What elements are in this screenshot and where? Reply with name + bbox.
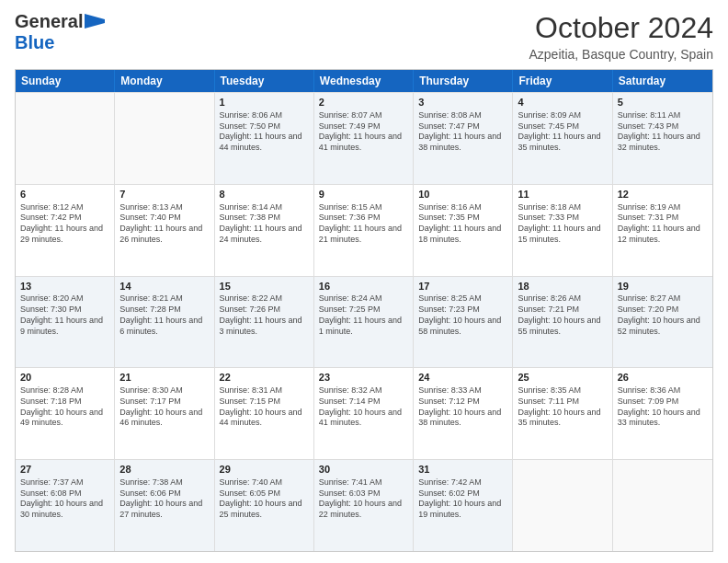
day-cell-3: 3Sunrise: 8:08 AM Sunset: 7:47 PM Daylig… <box>414 93 513 184</box>
day-header-sunday: Sunday <box>16 70 115 92</box>
month-title: October 2024 <box>529 11 713 45</box>
day-info: Sunrise: 8:19 AM Sunset: 7:31 PM Dayligh… <box>618 202 708 246</box>
day-number: 18 <box>518 280 607 293</box>
day-info: Sunrise: 8:16 AM Sunset: 7:35 PM Dayligh… <box>418 202 507 246</box>
day-cell-14: 14Sunrise: 8:21 AM Sunset: 7:28 PM Dayli… <box>115 277 214 368</box>
day-number: 22 <box>220 371 309 385</box>
calendar-week-2: 6Sunrise: 8:12 AM Sunset: 7:42 PM Daylig… <box>16 184 712 276</box>
day-number: 30 <box>319 463 408 477</box>
day-info: Sunrise: 7:37 AM Sunset: 6:08 PM Dayligh… <box>20 477 109 521</box>
day-cell-23: 23Sunrise: 8:32 AM Sunset: 7:14 PM Dayli… <box>314 368 414 459</box>
day-info: Sunrise: 8:09 AM Sunset: 7:45 PM Dayligh… <box>518 110 607 154</box>
day-number: 28 <box>119 463 209 477</box>
day-info: Sunrise: 8:12 AM Sunset: 7:42 PM Dayligh… <box>20 202 109 246</box>
day-info: Sunrise: 8:15 AM Sunset: 7:36 PM Dayligh… <box>319 202 408 246</box>
day-number: 3 <box>418 96 507 109</box>
day-info: Sunrise: 8:22 AM Sunset: 7:26 PM Dayligh… <box>220 293 309 337</box>
location: Azpeitia, Basque Country, Spain <box>529 47 713 62</box>
day-number: 4 <box>518 96 607 109</box>
day-cell-6: 6Sunrise: 8:12 AM Sunset: 7:42 PM Daylig… <box>16 185 115 276</box>
day-number: 24 <box>418 371 507 385</box>
day-cell-2: 2Sunrise: 8:07 AM Sunset: 7:49 PM Daylig… <box>314 93 414 184</box>
calendar: SundayMondayTuesdayWednesdayThursdayFrid… <box>15 69 713 552</box>
day-cell-13: 13Sunrise: 8:20 AM Sunset: 7:30 PM Dayli… <box>16 277 115 368</box>
day-cell-15: 15Sunrise: 8:22 AM Sunset: 7:26 PM Dayli… <box>215 277 314 368</box>
day-number: 17 <box>418 280 507 293</box>
day-cell-16: 16Sunrise: 8:24 AM Sunset: 7:25 PM Dayli… <box>314 277 414 368</box>
empty-cell <box>513 460 612 551</box>
header: General Blue October 2024 Azpeitia, Basq… <box>15 11 713 62</box>
calendar-header: SundayMondayTuesdayWednesdayThursdayFrid… <box>16 70 712 92</box>
day-cell-29: 29Sunrise: 7:40 AM Sunset: 6:05 PM Dayli… <box>215 460 314 551</box>
day-info: Sunrise: 8:20 AM Sunset: 7:30 PM Dayligh… <box>20 293 109 337</box>
day-number: 26 <box>618 371 708 385</box>
title-block: October 2024 Azpeitia, Basque Country, S… <box>529 11 713 62</box>
calendar-week-5: 27Sunrise: 7:37 AM Sunset: 6:08 PM Dayli… <box>16 459 712 551</box>
day-header-monday: Monday <box>115 70 214 92</box>
calendar-body: 1Sunrise: 8:06 AM Sunset: 7:50 PM Daylig… <box>16 92 712 551</box>
day-header-thursday: Thursday <box>414 70 513 92</box>
calendar-week-3: 13Sunrise: 8:20 AM Sunset: 7:30 PM Dayli… <box>16 276 712 368</box>
day-info: Sunrise: 8:25 AM Sunset: 7:23 PM Dayligh… <box>418 293 507 337</box>
day-cell-22: 22Sunrise: 8:31 AM Sunset: 7:15 PM Dayli… <box>215 368 314 459</box>
day-info: Sunrise: 8:11 AM Sunset: 7:43 PM Dayligh… <box>618 110 708 154</box>
day-cell-9: 9Sunrise: 8:15 AM Sunset: 7:36 PM Daylig… <box>314 185 414 276</box>
day-cell-21: 21Sunrise: 8:30 AM Sunset: 7:17 PM Dayli… <box>115 368 214 459</box>
logo-blue: Blue <box>15 32 54 52</box>
logo-bird-icon <box>85 14 105 32</box>
day-info: Sunrise: 7:38 AM Sunset: 6:06 PM Dayligh… <box>119 477 209 521</box>
day-info: Sunrise: 8:13 AM Sunset: 7:40 PM Dayligh… <box>119 202 209 246</box>
logo-general: General <box>15 11 83 32</box>
day-number: 2 <box>319 96 408 109</box>
day-number: 25 <box>518 371 607 385</box>
calendar-week-4: 20Sunrise: 8:28 AM Sunset: 7:18 PM Dayli… <box>16 367 712 459</box>
day-cell-7: 7Sunrise: 8:13 AM Sunset: 7:40 PM Daylig… <box>115 185 214 276</box>
day-number: 1 <box>220 96 309 109</box>
day-info: Sunrise: 8:07 AM Sunset: 7:49 PM Dayligh… <box>319 110 408 154</box>
empty-cell <box>115 93 214 184</box>
empty-cell <box>613 460 712 551</box>
day-cell-8: 8Sunrise: 8:14 AM Sunset: 7:38 PM Daylig… <box>215 185 314 276</box>
day-cell-19: 19Sunrise: 8:27 AM Sunset: 7:20 PM Dayli… <box>613 277 712 368</box>
day-cell-31: 31Sunrise: 7:42 AM Sunset: 6:02 PM Dayli… <box>414 460 513 551</box>
day-cell-24: 24Sunrise: 8:33 AM Sunset: 7:12 PM Dayli… <box>414 368 513 459</box>
day-cell-4: 4Sunrise: 8:09 AM Sunset: 7:45 PM Daylig… <box>513 93 612 184</box>
day-number: 27 <box>20 463 109 477</box>
day-number: 14 <box>119 280 209 293</box>
day-number: 8 <box>220 188 309 201</box>
day-cell-27: 27Sunrise: 7:37 AM Sunset: 6:08 PM Dayli… <box>16 460 115 551</box>
logo: General Blue <box>15 11 105 53</box>
day-cell-17: 17Sunrise: 8:25 AM Sunset: 7:23 PM Dayli… <box>414 277 513 368</box>
day-number: 11 <box>518 188 607 201</box>
day-cell-5: 5Sunrise: 8:11 AM Sunset: 7:43 PM Daylig… <box>613 93 712 184</box>
day-number: 9 <box>319 188 408 201</box>
day-cell-26: 26Sunrise: 8:36 AM Sunset: 7:09 PM Dayli… <box>613 368 712 459</box>
day-number: 5 <box>618 96 708 109</box>
day-info: Sunrise: 8:08 AM Sunset: 7:47 PM Dayligh… <box>418 110 507 154</box>
day-info: Sunrise: 8:28 AM Sunset: 7:18 PM Dayligh… <box>20 385 109 429</box>
day-number: 6 <box>20 188 109 201</box>
day-info: Sunrise: 8:14 AM Sunset: 7:38 PM Dayligh… <box>220 202 309 246</box>
day-info: Sunrise: 8:33 AM Sunset: 7:12 PM Dayligh… <box>418 385 507 429</box>
day-info: Sunrise: 7:40 AM Sunset: 6:05 PM Dayligh… <box>220 477 309 521</box>
day-info: Sunrise: 8:06 AM Sunset: 7:50 PM Dayligh… <box>220 110 309 154</box>
day-cell-28: 28Sunrise: 7:38 AM Sunset: 6:06 PM Dayli… <box>115 460 214 551</box>
day-header-tuesday: Tuesday <box>215 70 314 92</box>
day-cell-1: 1Sunrise: 8:06 AM Sunset: 7:50 PM Daylig… <box>215 93 314 184</box>
calendar-week-1: 1Sunrise: 8:06 AM Sunset: 7:50 PM Daylig… <box>16 92 712 184</box>
day-info: Sunrise: 8:36 AM Sunset: 7:09 PM Dayligh… <box>618 385 708 429</box>
day-header-saturday: Saturday <box>613 70 712 92</box>
day-number: 7 <box>119 188 209 201</box>
day-cell-30: 30Sunrise: 7:41 AM Sunset: 6:03 PM Dayli… <box>314 460 414 551</box>
day-cell-10: 10Sunrise: 8:16 AM Sunset: 7:35 PM Dayli… <box>414 185 513 276</box>
svg-marker-0 <box>85 14 105 29</box>
day-number: 12 <box>618 188 708 201</box>
day-number: 23 <box>319 371 408 385</box>
day-number: 31 <box>418 463 507 477</box>
day-info: Sunrise: 8:18 AM Sunset: 7:33 PM Dayligh… <box>518 202 607 246</box>
day-cell-18: 18Sunrise: 8:26 AM Sunset: 7:21 PM Dayli… <box>513 277 612 368</box>
day-number: 16 <box>319 280 408 293</box>
day-header-friday: Friday <box>513 70 612 92</box>
day-cell-20: 20Sunrise: 8:28 AM Sunset: 7:18 PM Dayli… <box>16 368 115 459</box>
day-info: Sunrise: 8:24 AM Sunset: 7:25 PM Dayligh… <box>319 293 408 337</box>
